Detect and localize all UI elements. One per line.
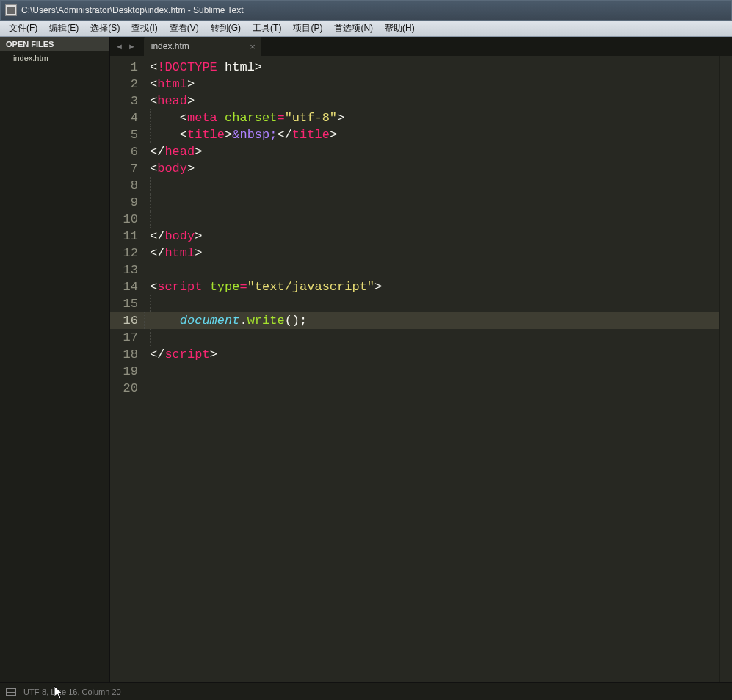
code-line[interactable]: document.write(); bbox=[144, 312, 719, 329]
menu-item-p[interactable]: 项目(P) bbox=[287, 21, 328, 36]
line-number: 10 bbox=[110, 211, 138, 228]
tab-prev-button[interactable]: ◄ bbox=[113, 42, 126, 51]
editor-pane: ◄ ► index.htm× 1234567891011121314151617… bbox=[110, 37, 732, 682]
main-area: OPEN FILES index.htm ◄ ► index.htm× 1234… bbox=[0, 37, 732, 682]
code-line[interactable]: <!DOCTYPE html> bbox=[150, 59, 719, 76]
menu-item-f[interactable]: 文件(F) bbox=[3, 21, 43, 36]
line-number: 2 bbox=[110, 76, 138, 93]
minimap[interactable] bbox=[719, 56, 732, 682]
code-line[interactable] bbox=[150, 363, 719, 380]
status-encoding[interactable]: UTF-8 bbox=[23, 688, 46, 696]
sidebar: OPEN FILES index.htm bbox=[0, 37, 110, 682]
status-position[interactable]: Line 16, Column 20 bbox=[51, 688, 120, 696]
tab-bar: ◄ ► index.htm× bbox=[110, 37, 732, 56]
line-number: 9 bbox=[110, 194, 138, 211]
code-line[interactable] bbox=[150, 194, 719, 211]
window-title: C:\Users\Administrator\Desktop\index.htm… bbox=[21, 5, 244, 15]
menu-item-n[interactable]: 首选项(N) bbox=[328, 21, 379, 36]
tab-label: index.htm bbox=[151, 41, 189, 51]
menu-item-v[interactable]: 查看(V) bbox=[164, 21, 205, 36]
code-line[interactable] bbox=[150, 329, 719, 346]
tab-item[interactable]: index.htm× bbox=[144, 37, 261, 56]
menu-item-g[interactable]: 转到(G) bbox=[205, 21, 247, 36]
line-number: 8 bbox=[110, 177, 138, 194]
tab-nav-arrows: ◄ ► bbox=[110, 42, 141, 51]
line-number: 12 bbox=[110, 245, 138, 261]
code-line[interactable] bbox=[150, 261, 719, 278]
tab-next-button[interactable]: ► bbox=[126, 42, 138, 51]
tab-close-icon[interactable]: × bbox=[250, 41, 256, 52]
code-line[interactable]: <html> bbox=[150, 76, 719, 93]
code-line[interactable]: <script type="text/javascript"> bbox=[150, 278, 719, 295]
code-line[interactable] bbox=[150, 211, 719, 228]
status-bar: UTF-8 , Line 16, Column 20 bbox=[0, 682, 732, 700]
menu-item-h[interactable]: 帮助(H) bbox=[379, 21, 421, 36]
line-number: 5 bbox=[110, 126, 138, 143]
line-number: 13 bbox=[110, 261, 138, 278]
line-number-gutter: 1234567891011121314151617181920 bbox=[110, 56, 144, 682]
code-line[interactable]: </head> bbox=[150, 143, 719, 160]
line-number: 6 bbox=[110, 143, 138, 160]
code-line[interactable]: </script> bbox=[150, 346, 719, 363]
panel-toggle-icon[interactable] bbox=[6, 688, 16, 696]
line-number: 15 bbox=[110, 295, 138, 312]
line-number: 4 bbox=[110, 109, 138, 126]
code-line[interactable]: </body> bbox=[150, 228, 719, 245]
line-number: 14 bbox=[110, 278, 138, 295]
app-icon bbox=[5, 4, 17, 16]
line-number: 20 bbox=[110, 380, 138, 397]
menu-item-i[interactable]: 查找(I) bbox=[126, 21, 163, 36]
line-number: 11 bbox=[110, 228, 138, 245]
line-number: 17 bbox=[110, 329, 138, 346]
line-number: 19 bbox=[110, 363, 138, 380]
code-line[interactable] bbox=[150, 177, 719, 194]
line-number: 1 bbox=[110, 59, 138, 76]
sidebar-open-files-header: OPEN FILES bbox=[0, 37, 109, 51]
line-number: 7 bbox=[110, 160, 138, 177]
menu-item-t[interactable]: 工具(T) bbox=[247, 21, 287, 36]
menu-item-e[interactable]: 编辑(E) bbox=[43, 21, 84, 36]
line-number: 16 bbox=[110, 312, 144, 329]
editor-body[interactable]: 1234567891011121314151617181920 <!DOCTYP… bbox=[110, 56, 732, 682]
code-line[interactable] bbox=[150, 380, 719, 397]
code-area[interactable]: <!DOCTYPE html><html><head> <meta charse… bbox=[144, 56, 719, 682]
code-line[interactable]: <body> bbox=[150, 160, 719, 177]
menu-bar: 文件(F)编辑(E)选择(S)查找(I)查看(V)转到(G)工具(T)项目(P)… bbox=[0, 21, 732, 37]
code-line[interactable]: <title>&nbsp;</title> bbox=[150, 126, 719, 143]
line-number: 3 bbox=[110, 93, 138, 109]
line-number: 18 bbox=[110, 346, 138, 363]
menu-item-s[interactable]: 选择(S) bbox=[84, 21, 126, 36]
code-line[interactable]: </html> bbox=[150, 245, 719, 261]
code-line[interactable] bbox=[150, 295, 719, 312]
sidebar-file-item[interactable]: index.htm bbox=[0, 51, 109, 65]
window-titlebar[interactable]: C:\Users\Administrator\Desktop\index.htm… bbox=[0, 0, 732, 21]
code-line[interactable]: <head> bbox=[150, 93, 719, 109]
code-line[interactable]: <meta charset="utf-8"> bbox=[150, 109, 719, 126]
